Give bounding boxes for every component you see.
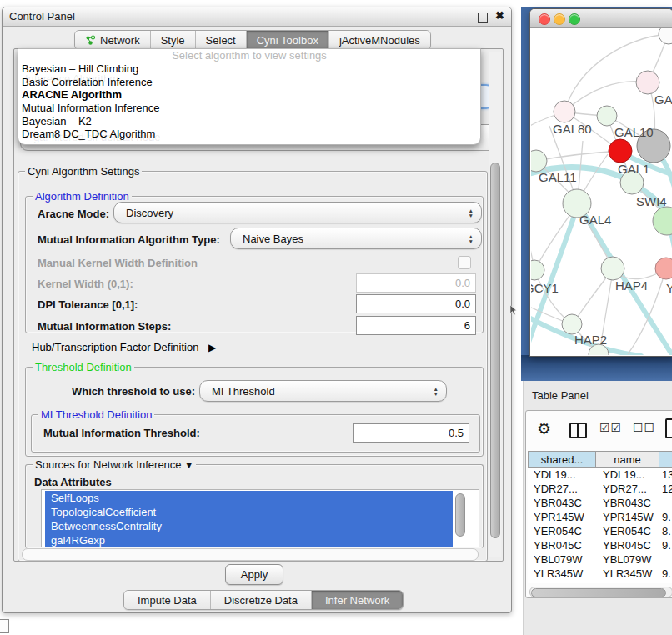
table-row[interactable]: YER054CYER054C8. xyxy=(528,524,672,538)
which-threshold-combobox[interactable]: MI Threshold ▲▼ xyxy=(199,380,447,402)
dpi-tolerance-field[interactable]: 0.0 xyxy=(356,294,476,313)
network-node[interactable] xyxy=(554,101,575,122)
tab-discretize-data[interactable]: Discretize Data xyxy=(211,591,312,609)
expander-arrow-icon: ▶ xyxy=(208,342,216,353)
node-label: GAL11 xyxy=(539,170,577,184)
settings-scrollbar-thumb[interactable] xyxy=(490,162,500,538)
manual-kernel-checkbox[interactable] xyxy=(458,256,471,269)
bottom-tabbar: Impute Data Discretize Data Infer Networ… xyxy=(123,590,404,610)
tab-jactivemnodules[interactable]: jActiveMNodules xyxy=(329,31,430,49)
tab-infer-network[interactable]: Infer Network xyxy=(312,591,403,609)
mi-type-label: Mutual Information Algorithm Type: xyxy=(38,233,220,246)
minimize-traffic-light-icon[interactable] xyxy=(554,13,565,25)
algorithm-definition-title: Algorithm Definition xyxy=(33,190,132,202)
mi-steps-field[interactable]: 6 xyxy=(356,316,476,335)
table-row[interactable]: YBL079WYBL079W xyxy=(528,552,672,567)
mi-threshold-value: 0.5 xyxy=(449,427,464,439)
window-fragment-icon xyxy=(0,619,9,633)
export-table-icon[interactable] xyxy=(665,418,672,438)
table-row[interactable]: YBR043CYBR043C xyxy=(528,496,672,510)
apply-button-label: Apply xyxy=(241,568,268,581)
deselect-all-columns-icon[interactable]: ☐☐ xyxy=(633,421,655,434)
network-canvas[interactable]: GALGAL80GAL10GAL1GAL11SWI4GAL4GCY1HAP4YH… xyxy=(531,28,672,355)
table-row[interactable]: YLR345WYLR345W9. xyxy=(528,567,672,581)
collapse-arrow-icon[interactable]: ▼ xyxy=(184,460,193,470)
list-item[interactable]: gal4RGexp xyxy=(45,533,453,548)
tab-network[interactable]: Network xyxy=(75,31,151,49)
kernel-width-field[interactable]: 0.0 xyxy=(356,273,476,292)
screen: Control Panel ✖ Network Style Select Cyn… xyxy=(0,0,672,635)
table-panel: Table Panel ⚙ ☑☑ ☐☐ shared... name A YDL… xyxy=(523,381,672,635)
list-item[interactable]: TopologicalCoefficient xyxy=(45,505,453,519)
tab-style[interactable]: Style xyxy=(151,31,196,49)
combo-arrows-icon: ▲▼ xyxy=(469,234,474,243)
table-horizontal-scrollbar[interactable] xyxy=(529,587,672,598)
apply-button[interactable]: Apply xyxy=(225,564,283,585)
node-label: GCY1 xyxy=(531,281,559,295)
algorithm-dropdown-popup: Inference Algorithm gal-filtered sif def… xyxy=(18,48,481,145)
select-all-columns-icon[interactable]: ☑☑ xyxy=(599,421,622,434)
data-attributes-label: Data Attributes xyxy=(34,476,112,488)
settings-vertical-scrollbar[interactable] xyxy=(489,52,501,557)
table-row[interactable]: YBR045CYBR045C9. xyxy=(528,538,672,552)
aracne-mode-combobox[interactable]: Discovery ▲▼ xyxy=(113,202,482,223)
dropdown-item[interactable]: Bayesian – K2 xyxy=(18,115,480,128)
dpi-tolerance-value: 0.0 xyxy=(455,298,470,310)
node-label: HAP2 xyxy=(574,332,607,347)
tab-select[interactable]: Select xyxy=(196,31,247,49)
mi-type-value: Naive Bayes xyxy=(243,232,303,245)
gear-icon[interactable]: ⚙ xyxy=(537,419,551,438)
table-row[interactable]: YDR27...YDR27...12 xyxy=(528,482,672,496)
network-node[interactable] xyxy=(531,260,544,280)
close-traffic-light-icon[interactable] xyxy=(539,13,550,25)
network-node[interactable] xyxy=(601,257,624,280)
which-threshold-value: MI Threshold xyxy=(212,385,275,398)
network-node[interactable] xyxy=(655,258,672,279)
table-row[interactable]: YPR145WYPR145W9. xyxy=(528,510,672,524)
mi-steps-value: 6 xyxy=(464,319,470,332)
table-scrollbar-thumb[interactable] xyxy=(531,588,666,598)
network-svg: GALGAL80GAL10GAL1GAL11SWI4GAL4GCY1HAP4YH… xyxy=(531,28,672,355)
combo-arrows-icon: ▲▼ xyxy=(434,387,439,396)
table-row[interactable]: YIL052CYIL052C9. xyxy=(528,581,672,583)
kernel-width-value: 0.0 xyxy=(455,277,470,289)
split-columns-icon[interactable] xyxy=(569,422,587,438)
close-window-icon[interactable]: ✖ xyxy=(495,9,504,22)
column-header-partial[interactable]: A xyxy=(659,451,672,468)
node-label: Y xyxy=(666,281,672,295)
control-panel-titlebar[interactable]: Control Panel ✖ xyxy=(3,8,511,27)
network-node[interactable] xyxy=(659,28,672,44)
dropdown-item-selected[interactable]: ARACNE Algorithm xyxy=(18,88,480,102)
float-window-icon[interactable] xyxy=(478,12,488,22)
mi-threshold-field[interactable]: 0.5 xyxy=(353,423,469,442)
network-node[interactable] xyxy=(653,207,672,235)
column-header-name[interactable]: name xyxy=(596,451,659,468)
settings-horizontal-scrollbar[interactable] xyxy=(22,548,479,561)
node-label: GAL80 xyxy=(553,122,592,136)
tab-impute-data[interactable]: Impute Data xyxy=(124,591,211,609)
node-label: SWI4 xyxy=(636,194,667,208)
dropdown-item[interactable]: Mutual Information Inference xyxy=(18,102,480,115)
network-node[interactable] xyxy=(636,71,659,94)
zoom-traffic-light-icon[interactable] xyxy=(569,13,580,25)
list-item[interactable]: BetweennessCentrality xyxy=(45,519,453,533)
network-node[interactable] xyxy=(597,106,617,126)
list-item[interactable]: SelfLoops xyxy=(45,491,453,505)
mi-algorithm-type-combobox[interactable]: Naive Bayes ▲▼ xyxy=(230,228,482,249)
network-node[interactable] xyxy=(562,314,582,334)
ghost-inference-algorithm-label: Inference Algorithm xyxy=(25,72,118,85)
dpi-tolerance-label: DPI Tolerance [0,1]: xyxy=(38,298,138,311)
mouse-cursor xyxy=(510,305,519,316)
list-scrollbar-thumb[interactable] xyxy=(455,493,465,537)
column-header-shared-name[interactable]: shared... xyxy=(528,451,596,468)
aracne-mode-value: Discovery xyxy=(126,207,173,219)
network-window-titlebar[interactable] xyxy=(530,9,672,28)
table-row[interactable]: YDL19...YDL19...13 xyxy=(528,468,672,482)
network-node[interactable] xyxy=(609,139,632,162)
table-panel-inner: ⚙ ☑☑ ☐☐ shared... name A YDL19...YDL19..… xyxy=(525,410,672,598)
hub-factor-expander[interactable]: Hub/Transcription Factor Definition ▶ xyxy=(32,341,216,353)
tab-cyni-toolbox[interactable]: Cyni Toolbox xyxy=(247,31,329,49)
sources-title-text: Sources for Network Inference xyxy=(35,458,182,471)
threshold-definition-title: Threshold Definition xyxy=(33,361,134,373)
data-attributes-list[interactable]: SelfLoops TopologicalCoefficient Between… xyxy=(41,489,479,548)
